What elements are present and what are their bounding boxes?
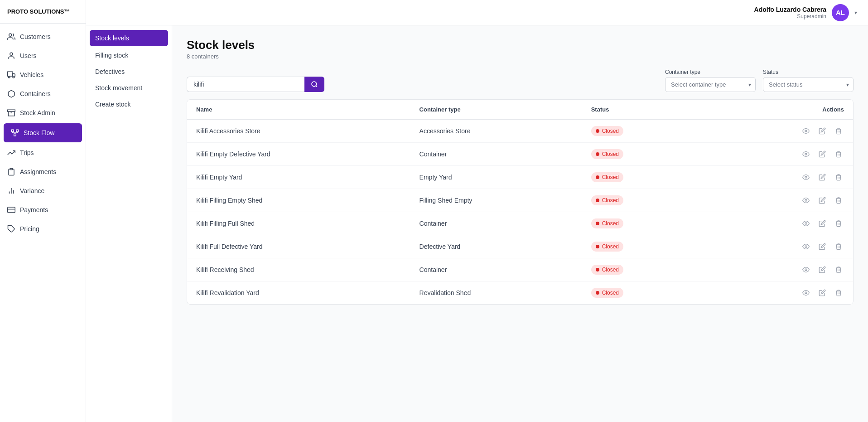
sidebar-item-payments[interactable]: Payments xyxy=(0,200,86,219)
sidebar-item-variance[interactable]: Variance xyxy=(0,181,86,200)
view-button[interactable] xyxy=(800,173,811,182)
cell-container-type: Revalidation Shed xyxy=(410,281,582,305)
table-row: Kilifi Empty Defective Yard Container Cl… xyxy=(187,143,853,166)
customers-icon xyxy=(7,33,15,41)
view-button[interactable] xyxy=(800,242,811,251)
sidebar-item-stock-flow[interactable]: Stock Flow xyxy=(4,123,82,142)
sub-nav-filling-stock[interactable]: Filling stock xyxy=(86,47,172,63)
table-row: Kilifi Receiving Shed Container Closed xyxy=(187,258,853,281)
delete-button[interactable] xyxy=(833,242,844,251)
edit-button[interactable] xyxy=(817,288,828,297)
containers-icon xyxy=(7,90,15,98)
status-badge: Closed xyxy=(591,242,623,252)
view-button[interactable] xyxy=(800,126,811,136)
sidebar-item-containers[interactable]: Containers xyxy=(0,84,86,103)
topbar: Adolfo Luzardo Cabrera Superadmin AL ▾ xyxy=(86,0,868,25)
view-button[interactable] xyxy=(800,150,811,159)
chevron-down-icon[interactable]: ▾ xyxy=(854,10,857,16)
sub-nav-create-stock[interactable]: Create stock xyxy=(86,96,172,112)
sidebar-label-variance: Variance xyxy=(20,187,44,194)
cell-status: Closed xyxy=(582,189,704,212)
avatar[interactable]: AL xyxy=(832,4,849,21)
table-row: Kilifi Filling Empty Shed Filling Shed E… xyxy=(187,189,853,212)
svg-rect-2 xyxy=(8,72,13,76)
stock-table-container: Name Container type Status Actions Kilif… xyxy=(187,99,854,305)
delete-button[interactable] xyxy=(833,173,844,182)
delete-button[interactable] xyxy=(833,196,844,205)
payments-icon xyxy=(7,206,15,214)
sidebar-label-vehicles: Vehicles xyxy=(20,71,43,78)
status-label: Status xyxy=(763,69,854,75)
table-row: Kilifi Filling Full Shed Container Close… xyxy=(187,212,853,235)
sidebar-item-vehicles[interactable]: Vehicles xyxy=(0,65,86,84)
sidebar-label-assignments: Assignments xyxy=(20,168,56,175)
status-dot xyxy=(596,199,599,202)
edit-button[interactable] xyxy=(817,126,828,136)
view-button[interactable] xyxy=(800,288,811,297)
sub-nav-defectives[interactable]: Defectives xyxy=(86,63,172,80)
svg-marker-3 xyxy=(13,73,15,76)
edit-button[interactable] xyxy=(817,242,828,251)
search-input[interactable] xyxy=(187,77,304,92)
status-badge: Closed xyxy=(591,172,623,182)
edit-button[interactable] xyxy=(817,173,828,182)
cell-container-type: Container xyxy=(410,258,582,281)
sidebar-item-assignments[interactable]: Assignments xyxy=(0,162,86,181)
svg-point-5 xyxy=(13,76,14,78)
cell-status: Closed xyxy=(582,235,704,258)
cell-container-type: Accessories Store xyxy=(410,120,582,143)
sub-nav-stock-levels[interactable]: Stock levels xyxy=(90,30,168,46)
edit-button[interactable] xyxy=(817,219,828,228)
cell-status: Closed xyxy=(582,281,704,305)
view-button[interactable] xyxy=(800,196,811,205)
cell-actions xyxy=(704,120,853,143)
sidebar-item-pricing[interactable]: Pricing xyxy=(0,219,86,238)
status-filter: Status Select status xyxy=(763,69,854,92)
view-button[interactable] xyxy=(800,265,811,274)
svg-rect-9 xyxy=(16,130,19,132)
search-button[interactable] xyxy=(304,77,324,92)
container-type-select[interactable]: Select container type xyxy=(665,77,756,92)
cell-actions xyxy=(704,143,853,166)
view-button[interactable] xyxy=(800,219,811,228)
sidebar-item-stock-admin[interactable]: Stock Admin xyxy=(0,103,86,122)
status-dot xyxy=(596,291,599,295)
edit-button[interactable] xyxy=(817,150,828,159)
cell-status: Closed xyxy=(582,212,704,235)
delete-button[interactable] xyxy=(833,150,844,159)
assignments-icon xyxy=(7,168,15,176)
cell-name: Kilifi Full Defective Yard xyxy=(187,235,410,258)
edit-button[interactable] xyxy=(817,196,828,205)
status-select[interactable]: Select status xyxy=(763,77,854,92)
delete-button[interactable] xyxy=(833,219,844,228)
sub-sidebar: Stock levels Filling stock Defectives St… xyxy=(86,25,172,422)
sub-nav-stock-movement[interactable]: Stock movement xyxy=(86,80,172,96)
status-dot xyxy=(596,152,599,156)
sidebar-item-trips[interactable]: Trips xyxy=(0,143,86,162)
sidebar-item-users[interactable]: Users xyxy=(0,46,86,65)
cell-actions xyxy=(704,212,853,235)
status-badge: Closed xyxy=(591,288,623,298)
status-dot xyxy=(596,129,599,133)
container-type-select-wrapper: Select container type xyxy=(665,77,756,92)
svg-point-20 xyxy=(805,130,807,132)
svg-point-21 xyxy=(805,153,807,155)
svg-rect-10 xyxy=(14,134,16,136)
delete-button[interactable] xyxy=(833,265,844,274)
svg-rect-11 xyxy=(10,169,13,170)
stock-flow-icon xyxy=(11,129,19,137)
sidebar-label-users: Users xyxy=(20,52,37,59)
variance-icon xyxy=(7,187,15,195)
svg-point-1 xyxy=(10,53,13,55)
cell-actions xyxy=(704,166,853,189)
sidebar-item-customers[interactable]: Customers xyxy=(0,27,86,46)
table-row: Kilifi Full Defective Yard Defective Yar… xyxy=(187,235,853,258)
svg-point-24 xyxy=(805,223,807,224)
cell-status: Closed xyxy=(582,166,704,189)
delete-button[interactable] xyxy=(833,126,844,136)
col-name: Name xyxy=(187,100,410,120)
edit-button[interactable] xyxy=(817,265,828,274)
status-select-wrapper: Select status xyxy=(763,77,854,92)
status-badge: Closed xyxy=(591,265,623,275)
delete-button[interactable] xyxy=(833,288,844,297)
